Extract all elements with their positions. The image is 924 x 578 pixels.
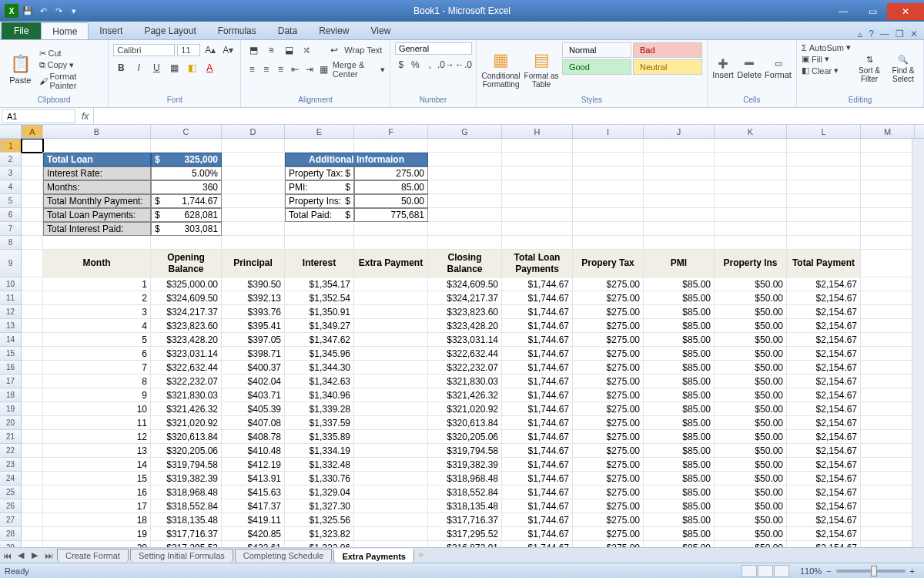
- cell[interactable]: $323,428.20: [151, 333, 222, 347]
- cell[interactable]: $50.00: [715, 486, 787, 499]
- zoom-out-icon[interactable]: −: [826, 566, 831, 576]
- cell[interactable]: $50.00: [715, 333, 787, 347]
- cell[interactable]: [428, 180, 502, 194]
- cell[interactable]: [502, 236, 573, 250]
- cell[interactable]: [354, 347, 428, 361]
- cell[interactable]: 15: [43, 472, 151, 486]
- sheet-nav-first-icon[interactable]: ⏮: [0, 549, 14, 563]
- cell[interactable]: $85.00: [644, 499, 715, 513]
- cell[interactable]: [222, 236, 285, 250]
- cell[interactable]: [22, 513, 43, 527]
- cell[interactable]: $275.00: [573, 305, 644, 319]
- cell[interactable]: 20: [43, 541, 151, 547]
- cell[interactable]: [354, 319, 428, 333]
- cell[interactable]: Total Monthly Payment:: [43, 194, 151, 208]
- minimize-button[interactable]: —: [829, 3, 858, 20]
- align-middle-icon[interactable]: ≡: [263, 42, 279, 58]
- row-header[interactable]: 3: [0, 166, 22, 180]
- cell[interactable]: $1,354.17: [285, 277, 354, 291]
- cell[interactable]: [285, 139, 354, 153]
- style-bad[interactable]: Bad: [633, 42, 702, 58]
- cell[interactable]: [354, 458, 428, 472]
- cell[interactable]: [787, 180, 861, 194]
- tab-data[interactable]: Data: [267, 22, 308, 39]
- sheet-tab-4[interactable]: Extra Payments: [333, 549, 414, 563]
- cell[interactable]: [222, 208, 285, 222]
- cell[interactable]: [861, 541, 915, 547]
- cell[interactable]: $419.11: [222, 513, 285, 527]
- align-center-icon[interactable]: ≡: [260, 62, 273, 77]
- cell[interactable]: $417.37: [222, 499, 285, 513]
- cell[interactable]: $323,823.60: [428, 305, 502, 319]
- cell[interactable]: $1,744.67: [502, 541, 573, 547]
- cell[interactable]: [22, 347, 43, 361]
- cell[interactable]: $50.00: [715, 513, 787, 527]
- cell[interactable]: [354, 361, 428, 375]
- table-header[interactable]: Total Loan Payments: [502, 250, 573, 277]
- cell[interactable]: $275.00: [573, 444, 644, 458]
- cell[interactable]: $403.71: [222, 388, 285, 402]
- cell[interactable]: [787, 139, 861, 153]
- cell[interactable]: $50.00: [715, 458, 787, 472]
- table-header[interactable]: Property Ins: [715, 250, 787, 277]
- cell[interactable]: $85.00: [644, 388, 715, 402]
- font-name-select[interactable]: Calibri: [113, 44, 175, 56]
- cell[interactable]: $50.00: [715, 375, 787, 388]
- cell[interactable]: $318,552.84: [151, 499, 222, 513]
- cell[interactable]: [43, 236, 151, 250]
- cell[interactable]: [644, 222, 715, 236]
- col-header-K[interactable]: K: [715, 125, 787, 138]
- cell[interactable]: $50.00: [715, 319, 787, 333]
- cell[interactable]: $323,823.60: [151, 319, 222, 333]
- cell[interactable]: [787, 208, 861, 222]
- cell[interactable]: $85.00: [644, 430, 715, 444]
- cell[interactable]: $1,744.67: [502, 402, 573, 416]
- col-header-H[interactable]: H: [502, 125, 573, 138]
- cell[interactable]: [861, 166, 915, 180]
- paste-button[interactable]: 📋Paste: [5, 42, 36, 96]
- cell[interactable]: [502, 166, 573, 180]
- cell[interactable]: [22, 375, 43, 388]
- cell[interactable]: [861, 361, 915, 375]
- align-top-icon[interactable]: ⬒: [246, 42, 261, 58]
- cell[interactable]: [354, 305, 428, 319]
- cell[interactable]: $407.08: [222, 416, 285, 430]
- cell[interactable]: [222, 222, 285, 236]
- row-header[interactable]: 17: [0, 375, 22, 388]
- tab-file[interactable]: File: [2, 22, 41, 39]
- row-header[interactable]: 27: [0, 513, 22, 527]
- cell[interactable]: 50.00: [354, 194, 428, 208]
- row-header[interactable]: 4: [0, 180, 22, 194]
- cell[interactable]: $321,020.92: [428, 402, 502, 416]
- cell[interactable]: $85.00: [644, 375, 715, 388]
- cell[interactable]: [861, 458, 915, 472]
- table-header[interactable]: Principal: [222, 250, 285, 277]
- cell[interactable]: [861, 291, 915, 305]
- cell[interactable]: [573, 208, 644, 222]
- undo-icon[interactable]: ↶: [37, 5, 49, 17]
- cell[interactable]: $85.00: [644, 305, 715, 319]
- cell[interactable]: $317,716.37: [151, 527, 222, 541]
- zoom-in-icon[interactable]: +: [910, 566, 915, 576]
- cell[interactable]: $1,340.96: [285, 388, 354, 402]
- font-size-select[interactable]: 11: [177, 44, 200, 56]
- tab-insert[interactable]: Insert: [89, 22, 133, 39]
- cell[interactable]: [861, 388, 915, 402]
- cell[interactable]: 275.00: [354, 166, 428, 180]
- cell[interactable]: [787, 222, 861, 236]
- cell[interactable]: Property Tax:$: [285, 166, 354, 180]
- cell[interactable]: $85.00: [644, 277, 715, 291]
- cell[interactable]: $2,154.67: [787, 486, 861, 499]
- format-painter-button[interactable]: 🖌Format Painter: [39, 72, 104, 90]
- cell[interactable]: 16: [43, 486, 151, 499]
- cell[interactable]: $413.91: [222, 472, 285, 486]
- cell[interactable]: $50.00: [715, 291, 787, 305]
- shrink-font-icon[interactable]: A▾: [220, 42, 236, 58]
- redo-icon[interactable]: ↷: [52, 5, 65, 17]
- fx-icon[interactable]: fx: [77, 108, 94, 124]
- number-format-select[interactable]: General: [395, 42, 472, 55]
- cell[interactable]: $1,744.67: [502, 430, 573, 444]
- save-icon[interactable]: 💾: [22, 5, 34, 17]
- cell[interactable]: $1,744.67: [502, 333, 573, 347]
- copy-button[interactable]: ⧉Copy▾: [39, 60, 104, 70]
